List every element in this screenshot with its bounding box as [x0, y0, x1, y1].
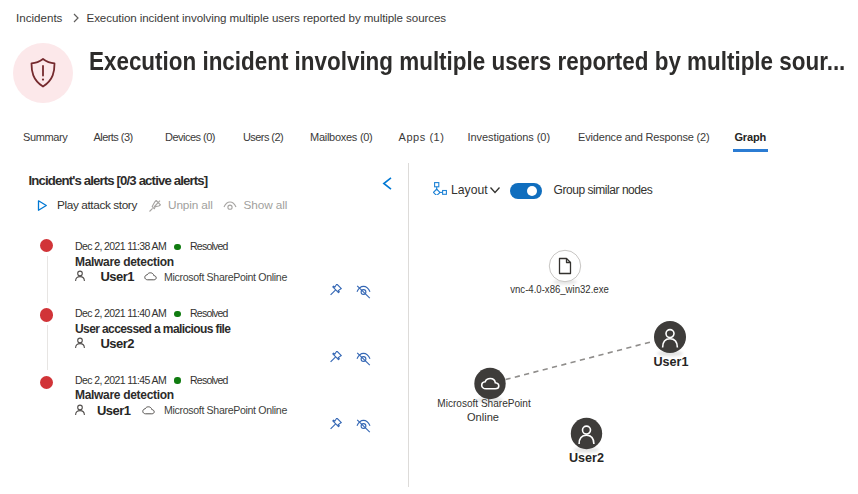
svg-text:User2: User2	[569, 450, 604, 465]
svg-text:Online: Online	[467, 412, 499, 423]
svg-text:Microsoft SharePoint: Microsoft SharePoint	[437, 398, 530, 409]
svg-text:User1: User1	[653, 354, 688, 369]
svg-text:vnc-4.0-x86_win32.exe: vnc-4.0-x86_win32.exe	[510, 284, 609, 295]
